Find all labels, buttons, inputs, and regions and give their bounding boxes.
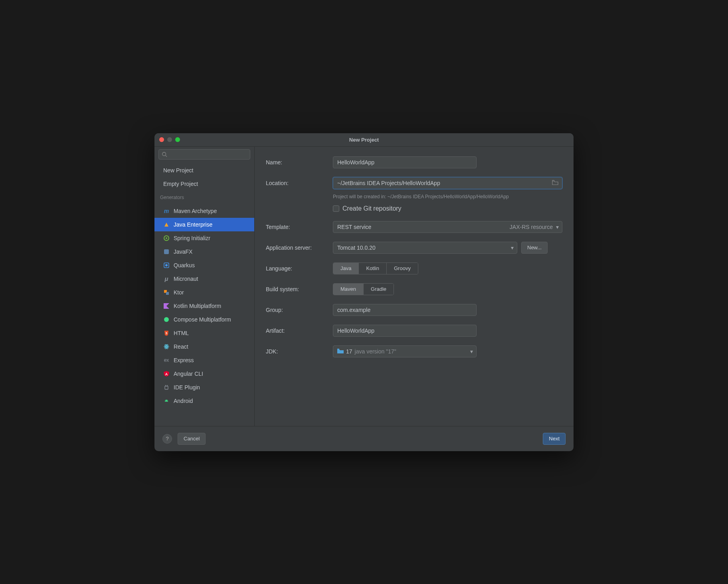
- sidebar-item-ide-plugin[interactable]: IDE Plugin: [154, 381, 254, 394]
- appserver-new-button[interactable]: New...: [521, 242, 548, 254]
- svg-line-1: [166, 155, 167, 157]
- appserver-label: Application server:: [266, 245, 333, 251]
- sidebar-item-label: Compose Multiplatform: [174, 316, 231, 323]
- appserver-select[interactable]: Tomcat 10.0.20 ▾: [333, 242, 517, 254]
- sidebar-item-empty-project[interactable]: Empty Project: [154, 177, 254, 191]
- group-input[interactable]: [333, 304, 477, 316]
- svg-point-19: [165, 401, 166, 401]
- sidebar-item-ktor[interactable]: Ktor: [154, 286, 254, 299]
- ideplugin-icon: [163, 384, 170, 391]
- svg-text:5: 5: [166, 332, 167, 335]
- javaee-icon: [163, 221, 170, 228]
- sidebar-item-compose-multiplatform[interactable]: Compose Multiplatform: [154, 313, 254, 326]
- maven-icon: m: [163, 208, 170, 214]
- search-input[interactable]: [158, 149, 250, 160]
- micronaut-icon: μ: [163, 276, 170, 282]
- sidebar-item-android[interactable]: Android: [154, 394, 254, 408]
- location-label: Location:: [266, 180, 333, 186]
- sidebar-item-label: Ktor: [174, 289, 184, 296]
- svg-rect-16: [165, 386, 168, 389]
- chevron-down-icon: ▾: [470, 348, 473, 355]
- react-icon: [163, 343, 170, 350]
- sidebar-item-label: Kotlin Multiplatform: [174, 303, 221, 309]
- ktor-icon: [163, 289, 170, 296]
- sidebar-item-label: Java Enterprise: [174, 221, 212, 228]
- sidebar-item-maven-archetype[interactable]: mMaven Archetype: [154, 204, 254, 218]
- cancel-button[interactable]: Cancel: [178, 433, 206, 445]
- git-checkbox[interactable]: [333, 205, 339, 212]
- sidebar-item-java-enterprise[interactable]: Java Enterprise: [154, 218, 254, 231]
- sidebar-item-kotlin-multiplatform[interactable]: Kotlin Multiplatform: [154, 299, 254, 313]
- build-option-gradle[interactable]: Gradle: [364, 284, 394, 295]
- svg-point-9: [164, 317, 169, 322]
- angular-icon: A: [163, 371, 170, 377]
- close-window-button[interactable]: [159, 137, 164, 142]
- generators-header: Generators: [154, 191, 254, 203]
- browse-folder-icon[interactable]: [552, 180, 558, 187]
- jdk-label: JDK:: [266, 348, 333, 355]
- language-segmented: JavaKotlinGroovy: [333, 262, 418, 274]
- group-label: Group:: [266, 307, 333, 313]
- next-button[interactable]: Next: [543, 433, 566, 445]
- svg-point-20: [167, 401, 168, 401]
- quarkus-icon: [163, 262, 170, 268]
- sidebar-item-label: JavaFX: [174, 249, 192, 255]
- git-checkbox-label[interactable]: Create Git repository: [342, 205, 402, 212]
- sidebar-item-html[interactable]: 5HTML: [154, 326, 254, 340]
- svg-point-0: [162, 152, 166, 156]
- name-label: Name:: [266, 159, 333, 166]
- help-button[interactable]: ?: [162, 434, 172, 444]
- svg-point-3: [166, 237, 167, 239]
- svg-point-14: [166, 346, 167, 347]
- template-select[interactable]: REST service JAX-RS resource ▾: [333, 221, 562, 233]
- jdk-select[interactable]: 17 java version "17" ▾: [333, 345, 477, 357]
- language-label: Language:: [266, 265, 333, 272]
- artifact-label: Artifact:: [266, 328, 333, 334]
- svg-rect-21: [337, 349, 339, 350]
- svg-point-6: [165, 264, 168, 266]
- location-input[interactable]: [333, 177, 562, 189]
- spring-icon: [163, 235, 170, 241]
- titlebar: New Project: [154, 133, 574, 147]
- window-title: New Project: [154, 137, 574, 143]
- sidebar-item-quarkus[interactable]: Quarkus: [154, 258, 254, 272]
- sidebar-item-label: Maven Archetype: [174, 208, 217, 214]
- sidebar-item-label: Android: [174, 398, 193, 404]
- build-option-maven[interactable]: Maven: [333, 284, 364, 295]
- sidebar-item-label: Angular CLI: [174, 371, 203, 377]
- android-icon: [163, 398, 170, 404]
- language-option-kotlin[interactable]: Kotlin: [359, 263, 387, 274]
- name-input[interactable]: [333, 156, 477, 168]
- sidebar-item-label: HTML: [174, 330, 189, 336]
- new-project-dialog: New Project New ProjectEmpty Project Gen…: [154, 133, 574, 451]
- sidebar-item-new-project[interactable]: New Project: [154, 164, 254, 177]
- sidebar-item-javafx[interactable]: JavaFX: [154, 245, 254, 258]
- search-icon: [162, 152, 167, 159]
- html-icon: 5: [163, 330, 170, 336]
- folder-icon: [337, 348, 344, 355]
- compose-icon: [163, 316, 170, 323]
- sidebar-item-express[interactable]: exExpress: [154, 353, 254, 367]
- maximize-window-button[interactable]: [175, 137, 180, 142]
- javafx-icon: [163, 249, 170, 255]
- artifact-input[interactable]: [333, 325, 477, 337]
- chevron-down-icon: ▾: [556, 224, 559, 230]
- sidebar-item-label: IDE Plugin: [174, 384, 200, 391]
- form-panel: Name: Location: Project will be created …: [255, 147, 574, 426]
- sidebar-item-label: Micronaut: [174, 276, 198, 282]
- express-icon: ex: [163, 357, 170, 363]
- sidebar-item-react[interactable]: React: [154, 340, 254, 353]
- sidebar: New ProjectEmpty Project Generators mMav…: [154, 147, 255, 426]
- svg-rect-4: [164, 249, 169, 254]
- sidebar-item-micronaut[interactable]: μMicronaut: [154, 272, 254, 286]
- sidebar-item-spring-initializr[interactable]: Spring Initializr: [154, 231, 254, 245]
- language-option-groovy[interactable]: Groovy: [387, 263, 418, 274]
- build-segmented: MavenGradle: [333, 283, 394, 295]
- sidebar-item-angular-cli[interactable]: AAngular CLI: [154, 367, 254, 381]
- minimize-window-button[interactable]: [167, 137, 172, 142]
- sidebar-item-label: React: [174, 343, 188, 350]
- location-hint: Project will be created in: ~/JetBrains …: [333, 194, 509, 199]
- language-option-java[interactable]: Java: [333, 263, 359, 274]
- svg-text:A: A: [165, 372, 168, 376]
- chevron-down-icon: ▾: [511, 245, 514, 251]
